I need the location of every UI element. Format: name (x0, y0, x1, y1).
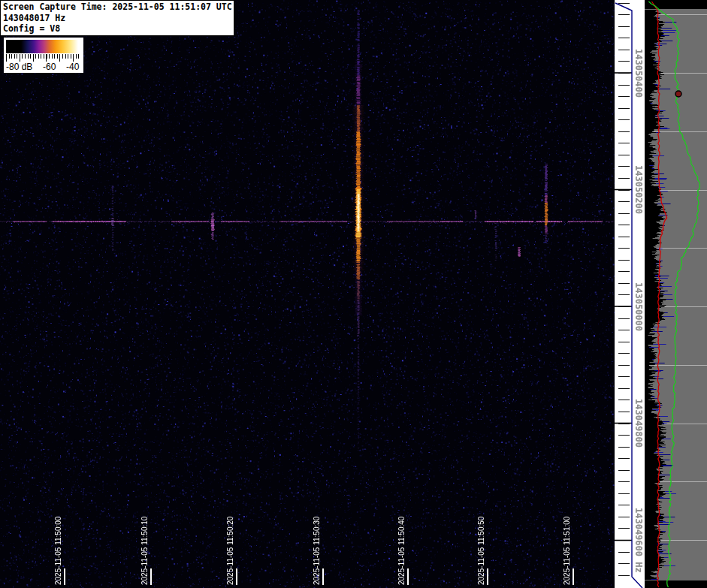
time-label: 2025-11-05 11:50:30 (313, 517, 321, 585)
time-label: 2025-11-05 11:50:20 (226, 517, 234, 585)
time-tick (64, 568, 65, 585)
time-label: 2025-11-05 11:50:40 (397, 517, 406, 585)
spectrogram-waterfall (0, 0, 615, 588)
info-overlay: Screen Capture Time: 2025-11-05 11:51:07… (0, 0, 234, 36)
time-label: 2025-11-05 11:51:00 (563, 517, 571, 585)
config-text: Config = V8 (3, 23, 231, 35)
time-tick (150, 568, 152, 585)
db-label-neg40: -40 (66, 62, 79, 72)
spectrum-graph-panel (645, 0, 707, 588)
freq-label: 143049800 (633, 399, 644, 448)
color-gradient-bar (6, 40, 81, 53)
db-label-neg60: -60 (43, 62, 56, 72)
freq-label: 143050000 (633, 282, 644, 331)
time-tick (322, 568, 324, 585)
color-scale-ruler-major (6, 54, 81, 62)
freq-label: 143049600 Hz (633, 508, 644, 573)
time-label: 2025-11-05 11:50:00 (54, 517, 62, 585)
time-label: 2025-11-05 11:50:50 (477, 517, 485, 585)
freq-label: 143050200 (633, 165, 644, 214)
center-frequency-text: 143048017 Hz (3, 13, 231, 24)
spectrum-lab-window: Screen Capture Time: 2025-11-05 11:51:07… (0, 0, 707, 588)
time-tick (573, 568, 574, 585)
time-tick (487, 568, 488, 585)
capture-time-text: Screen Capture Time: 2025-11-05 11:51:07… (3, 2, 231, 13)
time-label: 2025-11-05 11:50:10 (140, 517, 149, 585)
time-tick (236, 568, 237, 585)
color-scale-legend: -80 dB -60 -40 (4, 38, 83, 73)
time-tick (407, 568, 409, 585)
freq-label: 143050400 (633, 49, 644, 98)
db-label-neg80: -80 dB (6, 62, 32, 72)
